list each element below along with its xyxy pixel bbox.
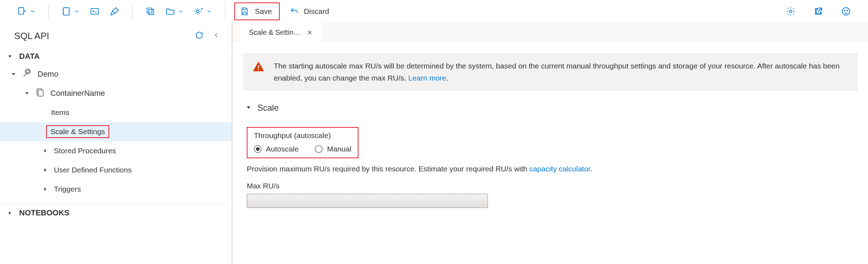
scale-section-heading[interactable]: Scale <box>245 103 857 113</box>
toolbar-settings-gear[interactable] <box>190 3 216 20</box>
sidebar-notebooks-header[interactable]: NOTEBOOKS <box>0 205 232 221</box>
tree-item-label: User Defined Functions <box>54 166 132 174</box>
toolbar-bar: Save Discard <box>0 0 868 23</box>
caret-right-icon <box>43 167 48 173</box>
gear-plus-icon <box>194 6 204 16</box>
broom-icon <box>110 6 119 16</box>
radio-autoscale[interactable]: Autoscale <box>254 145 299 153</box>
tree-container[interactable]: ContainerName <box>0 84 232 103</box>
svg-rect-3 <box>147 8 152 13</box>
capacity-calculator-link[interactable]: capacity calculator <box>529 165 590 173</box>
discard-button[interactable]: Discard <box>286 3 335 20</box>
sidebar-data-header[interactable]: DATA <box>0 48 232 65</box>
save-button[interactable]: Save <box>234 2 280 20</box>
banner-text: The starting autoscale max RU/s will be … <box>274 60 848 84</box>
discard-label: Discard <box>302 7 331 16</box>
gear-icon <box>786 6 796 16</box>
caret-right-icon <box>43 186 48 192</box>
toolbar-broom[interactable] <box>106 3 123 20</box>
svg-rect-13 <box>38 90 43 96</box>
tree-item-udf[interactable]: User Defined Functions <box>0 160 232 180</box>
main-area: Scale & Settin… ✕ The starting autoscale… <box>233 23 868 264</box>
tree-item-stored-procedures[interactable]: Stored Procedures <box>0 141 232 160</box>
radio-label: Autoscale <box>266 145 299 153</box>
toolbar-console[interactable] <box>86 3 103 20</box>
sidebar-section-label: NOTEBOOKS <box>19 208 69 218</box>
toolbar-open-external[interactable] <box>810 3 827 20</box>
caret-down-icon <box>11 71 16 77</box>
collapse-sidebar-button[interactable] <box>213 31 219 42</box>
new-document-icon <box>17 6 27 16</box>
svg-point-7 <box>842 7 850 15</box>
toolbar-separator <box>132 4 133 18</box>
banner-message: The starting autoscale max RU/s will be … <box>274 62 840 82</box>
provision-message: Provision maximum RU/s required by this … <box>247 165 529 173</box>
throughput-box: Throughput (autoscale) Autoscale Manual <box>247 127 358 158</box>
tree-item-label: Stored Procedures <box>54 147 116 155</box>
tree-item-triggers[interactable]: Triggers <box>0 180 232 199</box>
tree-item-label: Items <box>51 108 69 117</box>
save-label: Save <box>253 7 274 16</box>
learn-more-link[interactable]: Learn more <box>408 74 446 82</box>
svg-rect-4 <box>149 10 154 15</box>
toolbar-settings[interactable] <box>782 3 799 20</box>
sidebar-data-section: DATA Demo ContainerName <box>0 48 232 199</box>
tree-item-label: Scale & Settings <box>46 125 109 138</box>
scale-label: Scale <box>257 103 279 113</box>
folder-icon <box>165 6 175 16</box>
svg-point-6 <box>790 10 792 12</box>
toolbar-layers[interactable] <box>142 3 159 20</box>
toolbar-feedback[interactable] <box>838 3 855 20</box>
svg-rect-15 <box>258 69 259 70</box>
info-banner: The starting autoscale max RU/s will be … <box>243 53 857 91</box>
smiley-icon <box>841 6 851 16</box>
svg-rect-2 <box>91 8 99 14</box>
maxru-input[interactable] <box>247 194 488 208</box>
caret-down-icon <box>7 53 13 60</box>
close-tab-button[interactable]: ✕ <box>307 29 312 37</box>
svg-point-8 <box>844 10 845 11</box>
radio-icon <box>315 145 323 153</box>
toolbar-folder[interactable] <box>162 3 187 20</box>
tree-item-items[interactable]: Items <box>0 103 232 122</box>
tab-bar: Scale & Settin… ✕ <box>233 23 868 42</box>
chevron-down-icon <box>206 9 212 14</box>
svg-point-9 <box>847 10 847 11</box>
sidebar-title: SQL API <box>14 31 190 42</box>
tab-scale-settings[interactable]: Scale & Settin… ✕ <box>240 23 322 42</box>
svg-rect-14 <box>258 65 259 68</box>
sidebar-header: SQL API <box>0 23 232 48</box>
tree-item-scale-settings[interactable]: Scale & Settings <box>0 122 232 141</box>
tree-database[interactable]: Demo <box>0 65 232 84</box>
svg-rect-1 <box>63 7 69 15</box>
sidebar-notebooks-section: NOTEBOOKS <box>0 204 232 221</box>
chevron-down-icon <box>74 9 80 14</box>
undo-icon <box>290 7 299 16</box>
maxru-label: Max RU/s <box>247 182 857 190</box>
provision-text: Provision maximum RU/s required by this … <box>247 165 857 173</box>
notebook-icon <box>61 6 71 16</box>
throughput-heading: Throughput (autoscale) <box>254 131 351 140</box>
caret-right-icon <box>43 148 48 154</box>
content-pane: The starting autoscale max RU/s will be … <box>233 42 868 264</box>
tree-container-label: ContainerName <box>50 89 105 98</box>
toolbar-separator <box>48 4 49 18</box>
refresh-button[interactable] <box>195 31 204 42</box>
database-icon <box>22 68 32 80</box>
container-icon <box>35 88 45 99</box>
layers-icon <box>145 6 155 16</box>
radio-manual[interactable]: Manual <box>315 145 351 153</box>
throughput-radio-group: Autoscale Manual <box>254 145 351 153</box>
sidebar: SQL API DATA <box>0 23 233 264</box>
tab-label: Scale & Settin… <box>249 28 301 37</box>
radio-icon <box>254 145 262 153</box>
save-icon <box>240 7 249 16</box>
warning-icon <box>252 61 265 75</box>
sidebar-section-label: DATA <box>19 52 40 61</box>
caret-right-icon <box>7 210 13 216</box>
toolbar-notebook[interactable] <box>58 3 83 20</box>
tree-item-label: Triggers <box>54 185 81 193</box>
toolbar-new-item[interactable] <box>13 3 39 20</box>
caret-down-icon <box>245 103 252 113</box>
svg-rect-0 <box>19 7 24 14</box>
